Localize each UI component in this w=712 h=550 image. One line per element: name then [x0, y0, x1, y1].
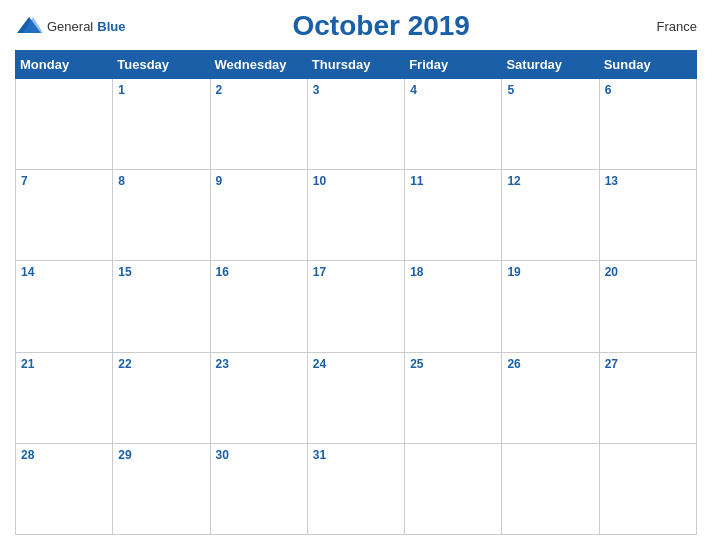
day-cell-16: 16: [210, 261, 307, 352]
day-cell-4: 4: [405, 79, 502, 170]
day-cell-9: 9: [210, 170, 307, 261]
day-cell-3: 3: [307, 79, 404, 170]
day-cell-29: 29: [113, 443, 210, 534]
day-header-monday: Monday: [16, 51, 113, 79]
day-cell-26: 26: [502, 352, 599, 443]
day-header-thursday: Thursday: [307, 51, 404, 79]
day-cell-8: 8: [113, 170, 210, 261]
day-cell-21: 21: [16, 352, 113, 443]
day-cell-10: 10: [307, 170, 404, 261]
day-header-friday: Friday: [405, 51, 502, 79]
day-cell-11: 11: [405, 170, 502, 261]
day-cell-27: 27: [599, 352, 696, 443]
day-cell-13: 13: [599, 170, 696, 261]
day-cell-empty-4-5: [502, 443, 599, 534]
day-cell-17: 17: [307, 261, 404, 352]
day-cell-5: 5: [502, 79, 599, 170]
day-cell-22: 22: [113, 352, 210, 443]
day-header-row: MondayTuesdayWednesdayThursdayFridaySatu…: [16, 51, 697, 79]
week-row-2: 14151617181920: [16, 261, 697, 352]
day-cell-empty-4-4: [405, 443, 502, 534]
day-cell-19: 19: [502, 261, 599, 352]
logo-blue: Blue: [97, 19, 125, 34]
logo-icon: [15, 15, 43, 37]
day-cell-14: 14: [16, 261, 113, 352]
day-cell-18: 18: [405, 261, 502, 352]
day-cell-empty-4-6: [599, 443, 696, 534]
day-cell-25: 25: [405, 352, 502, 443]
day-cell-empty-0-0: [16, 79, 113, 170]
day-cell-20: 20: [599, 261, 696, 352]
week-row-3: 21222324252627: [16, 352, 697, 443]
day-cell-31: 31: [307, 443, 404, 534]
calendar-header: GeneralBlue October 2019 France: [15, 10, 697, 42]
calendar-table: MondayTuesdayWednesdayThursdayFridaySatu…: [15, 50, 697, 535]
week-row-4: 28293031: [16, 443, 697, 534]
day-cell-7: 7: [16, 170, 113, 261]
day-header-sunday: Sunday: [599, 51, 696, 79]
day-cell-2: 2: [210, 79, 307, 170]
day-cell-1: 1: [113, 79, 210, 170]
day-cell-24: 24: [307, 352, 404, 443]
month-title: October 2019: [125, 10, 637, 42]
day-header-tuesday: Tuesday: [113, 51, 210, 79]
logo-general: General: [47, 19, 93, 34]
day-cell-23: 23: [210, 352, 307, 443]
day-cell-6: 6: [599, 79, 696, 170]
day-cell-12: 12: [502, 170, 599, 261]
week-row-1: 78910111213: [16, 170, 697, 261]
day-cell-28: 28: [16, 443, 113, 534]
day-header-wednesday: Wednesday: [210, 51, 307, 79]
logo: GeneralBlue: [15, 15, 125, 37]
country-label: France: [637, 19, 697, 34]
day-cell-15: 15: [113, 261, 210, 352]
day-header-saturday: Saturday: [502, 51, 599, 79]
week-row-0: 123456: [16, 79, 697, 170]
day-cell-30: 30: [210, 443, 307, 534]
